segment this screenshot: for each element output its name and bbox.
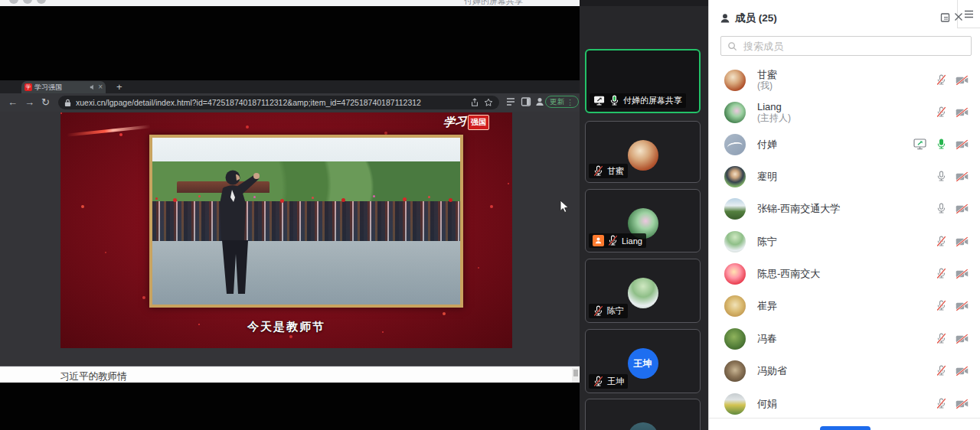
mic-icon[interactable] (936, 333, 947, 344)
video-tile[interactable]: 甘蜜 (585, 121, 701, 183)
reload-button[interactable]: ↻ (41, 96, 50, 109)
video-player[interactable]: 学习 强国 (60, 112, 512, 348)
camera-off-icon[interactable] (956, 171, 969, 182)
page-scrollbar[interactable] (572, 368, 579, 383)
mic-icon[interactable] (936, 74, 947, 86)
members-icon (719, 12, 731, 28)
tile-avatar: 王坤 (628, 348, 658, 379)
member-row[interactable]: 冯春 (709, 322, 980, 355)
video-tile[interactable]: Liang (585, 189, 701, 252)
mic-icon[interactable] (936, 398, 947, 409)
back-button[interactable]: ← (8, 96, 18, 109)
camera-off-icon[interactable] (956, 204, 969, 214)
tab-title: 学习强国 (34, 83, 87, 93)
close-panel-icon[interactable] (954, 12, 963, 21)
tab-audio-icon[interactable] (90, 84, 96, 90)
panel-header: 成员 (25) (709, 8, 959, 29)
mic-icon[interactable] (936, 106, 947, 118)
profile-avatar-icon[interactable] (534, 96, 545, 110)
bottom-action-button[interactable] (820, 426, 871, 430)
camera-off-icon[interactable] (956, 107, 969, 118)
member-name: 陈思-西南交大 (757, 268, 936, 279)
page-background: 学习 强国 (0, 112, 580, 366)
menu-dots-icon[interactable]: ⋮ (567, 98, 574, 106)
new-tab-button[interactable]: + (116, 81, 122, 93)
video-tile[interactable]: 付婵的屏幕共享 (585, 49, 701, 113)
mic-icon[interactable] (936, 365, 947, 376)
member-name: 陈宁 (757, 236, 936, 247)
mic-icon (609, 95, 620, 106)
video-tile[interactable]: 陈宁 (585, 259, 701, 323)
xuexi-logo: 学习 强国 (443, 115, 489, 130)
window-minimize-button[interactable] (23, 0, 32, 4)
mic-icon[interactable] (936, 300, 947, 311)
camera-off-icon[interactable] (956, 269, 969, 279)
panel-title: 成员 (25) (735, 11, 777, 25)
logo-script-text: 学习 (443, 114, 467, 130)
camera-off-icon[interactable] (956, 366, 969, 376)
shared-screen-view[interactable]: 学 学习强国 × + ← → ↻ xuexi.cn/lgpage/detail/… (0, 6, 580, 430)
member-row[interactable]: 付婵 (709, 128, 980, 161)
member-row[interactable]: 陈宁 (709, 225, 980, 258)
side-panel-icon[interactable] (521, 96, 531, 107)
member-row[interactable]: 何娟 (709, 387, 980, 420)
mic-icon[interactable] (936, 236, 947, 247)
search-input[interactable] (742, 40, 965, 53)
camera-off-icon[interactable] (956, 236, 969, 247)
member-avatar (724, 393, 746, 415)
window-close-button[interactable] (9, 0, 18, 4)
member-row[interactable]: 张锦-西南交通大学 (709, 192, 980, 225)
member-name: 何娟 (757, 398, 936, 409)
member-name: 付婵 (757, 138, 913, 150)
mic-icon[interactable] (936, 138, 947, 150)
forward-button[interactable]: → (24, 96, 34, 109)
video-tile[interactable]: 王坤 王坤 (585, 329, 701, 393)
reading-list-icon[interactable] (505, 96, 516, 107)
member-avatar (724, 263, 746, 285)
mic-icon[interactable] (936, 171, 947, 182)
panel-divider (709, 418, 980, 419)
popout-panel-icon[interactable] (940, 12, 951, 23)
share-page-icon[interactable] (470, 98, 479, 107)
video-thumbnails-column: 付婵的屏幕共享 甘蜜 Liang 陈宁 (580, 6, 708, 430)
video-caption: 今天是教师节 (60, 320, 512, 334)
screen-sharing-icon (593, 96, 606, 106)
member-row[interactable]: 崔异 (709, 289, 980, 322)
member-avatar (724, 360, 746, 382)
member-row[interactable]: Liang (主持人) (709, 96, 980, 129)
member-row[interactable]: 冯勋省 (709, 354, 980, 387)
member-row[interactable]: 蹇明 (709, 160, 980, 193)
address-bar[interactable]: xuexi.cn/lgpage/detail/index.html?id=472… (58, 96, 499, 109)
camera-off-icon[interactable] (956, 139, 969, 150)
tile-label: Liang (589, 233, 646, 248)
mic-icon[interactable] (936, 203, 947, 214)
tab-close-icon[interactable]: × (98, 83, 103, 91)
video-tile[interactable] (585, 399, 701, 430)
thumbnail-column-topbar (580, 0, 708, 6)
camera-off-icon[interactable] (956, 334, 969, 344)
member-avatar (724, 231, 746, 252)
member-role: (主持人) (757, 112, 936, 123)
camera-off-icon[interactable] (956, 399, 969, 409)
site-favicon: 学 (24, 83, 32, 91)
hamburger-menu-icon[interactable] (964, 10, 974, 18)
mic-icon (593, 376, 604, 387)
browser-toolbar: ← → ↻ xuexi.cn/lgpage/detail/index.html?… (0, 93, 580, 112)
screen-sharing-icon (913, 138, 927, 150)
mic-icon[interactable] (936, 268, 947, 279)
member-row[interactable]: 甘蜜 (我) (709, 64, 980, 96)
window-maximize-button[interactable] (37, 0, 46, 4)
browser-tab[interactable]: 学 学习强国 × (21, 81, 106, 93)
member-role: (我) (757, 80, 936, 91)
bookmark-star-icon[interactable] (484, 98, 493, 107)
tile-name: 陈宁 (607, 305, 624, 317)
member-search-box[interactable] (720, 36, 972, 56)
tile-label: 甘蜜 (589, 164, 628, 178)
tile-label: 付婵的屏幕共享 (590, 93, 686, 108)
chrome-update-button[interactable]: 更新 ⋮ (545, 96, 579, 108)
camera-off-icon[interactable] (956, 75, 969, 86)
member-name: 崔异 (757, 300, 936, 311)
sharing-status-text: 付婵的屏幕共享 (464, 0, 523, 6)
member-row[interactable]: 陈思-西南交大 (709, 257, 980, 290)
camera-off-icon[interactable] (956, 301, 969, 311)
